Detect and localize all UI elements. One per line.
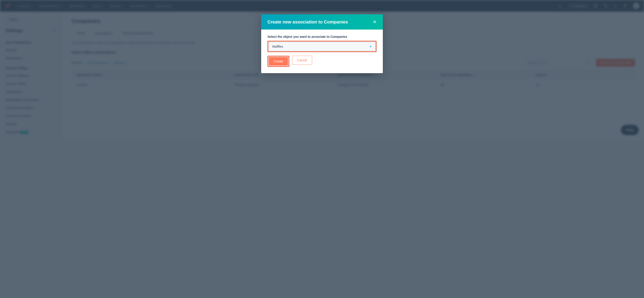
caret-down-icon: ▼ xyxy=(370,45,372,48)
highlight-annotation: Waffles ▼ xyxy=(268,41,376,52)
modal-overlay[interactable]: Create new association to Companies ✕ Se… xyxy=(0,0,644,298)
modal-title: Create new association to Companies xyxy=(268,20,348,25)
object-select[interactable]: Waffles ▼ xyxy=(269,42,375,51)
close-icon[interactable]: ✕ xyxy=(373,19,376,25)
cancel-button[interactable]: Cancel xyxy=(292,56,312,65)
highlight-annotation: Create xyxy=(268,56,289,67)
selected-value: Waffles xyxy=(272,45,283,48)
create-association-modal: Create new association to Companies ✕ Se… xyxy=(261,14,383,73)
modal-field-label: Select the object you want to associate … xyxy=(268,35,376,39)
create-button[interactable]: Create xyxy=(269,57,288,66)
modal-header: Create new association to Companies ✕ xyxy=(261,14,383,30)
